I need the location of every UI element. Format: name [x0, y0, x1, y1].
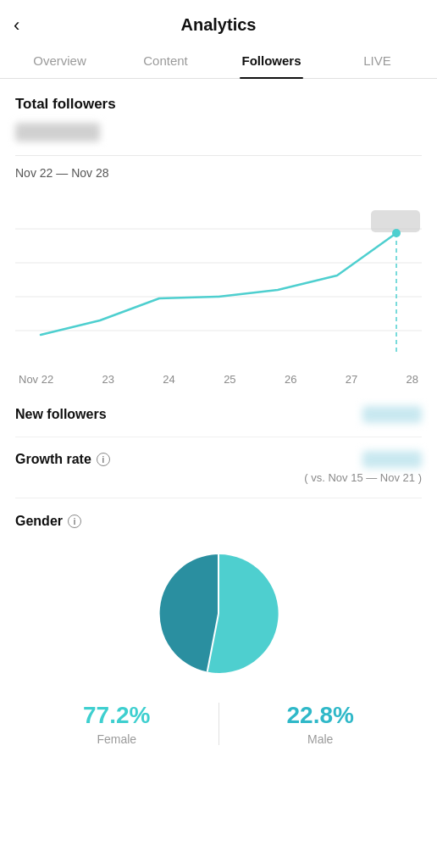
gender-stats: 77.2% Female 22.8% Male: [15, 702, 422, 746]
total-followers-title: Total followers: [15, 96, 422, 113]
female-stat: 77.2% Female: [15, 702, 218, 746]
svg-rect-5: [371, 210, 420, 232]
new-followers-value: [362, 406, 422, 423]
x-label-25: 25: [224, 373, 235, 386]
date-range: Nov 22 — Nov 28: [15, 166, 422, 180]
tab-bar: Overview Content Followers LIVE: [0, 43, 437, 79]
male-stat: 22.8% Male: [219, 702, 423, 746]
x-axis-labels: Nov 22 23 24 25 26 27 28: [15, 368, 422, 386]
back-button[interactable]: ‹: [14, 14, 19, 36]
chart-svg: [15, 195, 422, 364]
male-percent: 22.8%: [219, 702, 423, 729]
gender-info-icon[interactable]: i: [68, 515, 81, 528]
tab-followers[interactable]: Followers: [218, 43, 324, 78]
gender-label-group: Gender i: [15, 514, 422, 529]
main-content: Total followers Nov 22 — Nov 28 Nov 22 2…: [0, 79, 437, 778]
growth-rate-top: Growth rate i: [15, 451, 422, 468]
tab-overview[interactable]: Overview: [7, 43, 113, 78]
growth-rate-info-icon[interactable]: i: [97, 453, 110, 466]
svg-point-6: [392, 229, 401, 237]
tab-content[interactable]: Content: [113, 43, 218, 78]
female-label: Female: [15, 732, 218, 746]
total-followers-value: [15, 123, 100, 142]
gender-pie-chart: [151, 546, 286, 682]
x-label-24: 24: [163, 373, 174, 386]
growth-compare-text: ( vs. Nov 15 — Nov 21 ): [15, 471, 422, 484]
gender-label-text: Gender: [15, 514, 63, 529]
page-title: Analytics: [181, 15, 257, 35]
growth-rate-label-text: Growth rate: [15, 452, 91, 467]
x-label-23: 23: [102, 373, 114, 386]
new-followers-row: New followers: [15, 392, 422, 437]
new-followers-label: New followers: [15, 407, 107, 422]
male-label: Male: [219, 732, 423, 746]
tab-live[interactable]: LIVE: [324, 43, 430, 78]
divider-1: [15, 155, 422, 156]
x-label-nov22: Nov 22: [19, 373, 53, 386]
x-label-28: 28: [407, 373, 418, 386]
header: ‹ Analytics: [0, 0, 437, 43]
growth-rate-row: Growth rate i ( vs. Nov 15 — Nov 21 ): [15, 437, 422, 498]
x-label-26: 26: [285, 373, 296, 386]
growth-rate-value: [362, 451, 422, 468]
female-percent: 77.2%: [15, 702, 218, 729]
gender-section: Gender i: [15, 498, 422, 761]
gender-pie-container: [15, 546, 422, 682]
x-label-27: 27: [346, 373, 357, 386]
growth-rate-label-group: Growth rate i: [15, 452, 110, 467]
followers-chart: Nov 22 23 24 25 26 27 28: [15, 195, 422, 386]
